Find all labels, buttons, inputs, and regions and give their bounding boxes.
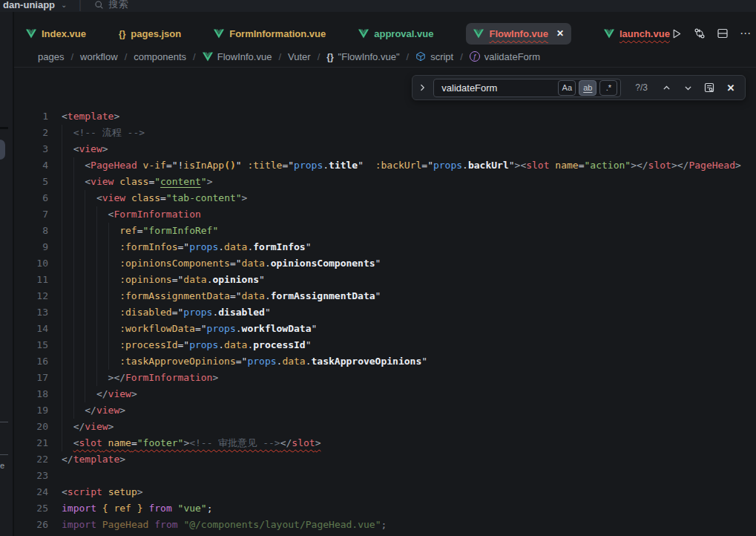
tab-label: launch.vue [619, 28, 670, 39]
code-line: 26import PageHead from "@/components/lay… [14, 517, 756, 533]
indent-guide [108, 321, 120, 337]
close-tab-icon[interactable]: ✕ [556, 28, 564, 39]
code-editor[interactable]: 1<template>2<!-- 流程 -->3<view>4<PageHead… [14, 67, 756, 536]
vue-icon [358, 29, 369, 39]
indent-guide [108, 255, 120, 272]
match-case-toggle[interactable]: Aa [558, 80, 576, 96]
code-line-content: <slot name="footer"><!-- 审批意见 --></slot> [48, 435, 321, 451]
regex-toggle[interactable]: .* [599, 80, 617, 96]
indent-guide [96, 223, 108, 239]
indent-guide [62, 402, 73, 419]
tab-FormInformation.vue[interactable]: FormInformation.vue [214, 28, 326, 39]
code-line-content: :workflowData="props.workflowData" [48, 321, 317, 337]
indent-guide [73, 190, 85, 206]
whole-word-toggle[interactable]: ab [579, 80, 596, 96]
line-number: 8 [14, 223, 48, 239]
code-line: 24<script setup> [14, 484, 756, 500]
breadcrumb-item[interactable]: Vuter [288, 51, 311, 62]
toggle-replace-icon[interactable] [418, 83, 427, 92]
vue-icon [214, 29, 224, 39]
tab-launch.vue[interactable]: launch.vue [604, 28, 670, 39]
whole-word-label: ab [583, 83, 592, 92]
breadcrumb-label: workflow [80, 51, 118, 62]
breadcrumb-item[interactable]: ƒvalidateForm [470, 51, 540, 62]
breadcrumb-separator: / [278, 51, 281, 62]
line-number: 2 [14, 125, 48, 141]
indent-guide [108, 272, 120, 288]
indent-guide [62, 141, 73, 157]
indent-guide [62, 206, 73, 223]
titlebar-divider: │ [77, 0, 83, 10]
code-line-content: import { ref } from "vue"; [48, 500, 213, 517]
more-actions-icon[interactable]: ⋯ [739, 27, 752, 40]
tab-label: pages.json [131, 28, 181, 39]
code-line: 18</view> [14, 386, 756, 402]
indent-guide [62, 419, 73, 435]
indent-guide [73, 174, 85, 190]
code-line: 22</template> [14, 451, 756, 468]
indent-guide [62, 190, 73, 206]
indent-guide [85, 223, 96, 239]
search-placeholder: 搜索 [109, 0, 128, 11]
indent-guide [96, 321, 108, 337]
line-number: 11 [14, 272, 48, 288]
breadcrumb-item[interactable]: workflow [80, 51, 118, 62]
close-find-icon[interactable]: ✕ [723, 80, 738, 95]
breadcrumb-separator: / [125, 51, 128, 62]
line-number: 7 [14, 206, 48, 223]
next-match-icon[interactable] [680, 80, 695, 95]
line-number: 25 [14, 500, 48, 517]
tab-Index.vue[interactable]: Index.vue [26, 28, 86, 39]
editor-pane: Index.vue{}pages.jsonFormInformation.vue… [14, 12, 756, 536]
previous-match-icon[interactable] [659, 80, 674, 95]
global-search[interactable]: 搜索 [94, 0, 128, 11]
tab-approval.vue[interactable]: approval.vue [358, 28, 433, 39]
indent-guide [62, 321, 73, 337]
find-input[interactable] [441, 82, 555, 94]
breadcrumb-item[interactable]: pages [38, 51, 64, 62]
breadcrumb-item[interactable]: {}"FlowInfo.vue" [326, 51, 399, 62]
strip-cut-text: e [0, 461, 4, 470]
find-in-selection-icon[interactable] [702, 80, 717, 95]
left-sidebar-strip: e [0, 12, 14, 536]
breadcrumb-item[interactable]: FlowInfo.vue [203, 51, 272, 62]
indent-guide [62, 125, 73, 141]
strip-divider [0, 454, 8, 455]
breadcrumb-item[interactable]: components [134, 51, 186, 62]
indent-guide [96, 206, 108, 223]
indent-guide [96, 304, 108, 321]
vue-icon [604, 29, 614, 39]
breadcrumb-label: pages [38, 51, 64, 62]
code-line-content: ref="formInfoRef" [48, 223, 218, 239]
tab-label: approval.vue [374, 28, 433, 39]
code-line: 9:formInfos="props.data.formInfos" [14, 239, 756, 255]
code-line-content: <PageHead v-if="!isInApp()" :title="prop… [48, 157, 741, 174]
indent-guide [85, 353, 96, 370]
indent-guide [85, 321, 96, 337]
code-line: 2<!-- 流程 --> [14, 125, 756, 141]
code-line: 17></FormInformation> [14, 370, 756, 386]
code-line-content: :disabled="props.disabled" [48, 304, 271, 321]
activity-pill[interactable] [0, 140, 5, 160]
chevron-down-icon: ⌄ [61, 1, 67, 9]
split-editor-icon[interactable] [716, 27, 729, 40]
tab-FlowInfo.vue[interactable]: FlowInfo.vue✕ [466, 23, 571, 45]
code-line-content: <script setup> [48, 484, 143, 500]
open-changes-icon[interactable] [693, 27, 706, 40]
indent-guide [85, 272, 96, 288]
code-line-content: import PageHead from "@/components/layou… [48, 517, 387, 533]
run-button[interactable] [670, 27, 683, 40]
indent-guide [62, 386, 73, 402]
indent-guide [73, 402, 85, 419]
indent-guide [85, 255, 96, 272]
indent-guide [108, 223, 120, 239]
breadcrumb-item[interactable]: script [415, 51, 453, 62]
code-line-content: </view> [48, 419, 114, 435]
code-line-content: ></FormInformation> [48, 370, 218, 386]
code-line: 12:formAssignmentData="data.formAssignme… [14, 288, 756, 304]
tab-label: FlowInfo.vue [489, 28, 548, 39]
indent-guide [96, 337, 108, 353]
tab-pages.json[interactable]: {}pages.json [119, 28, 181, 39]
search-icon [94, 0, 104, 10]
project-selector[interactable]: dan-uniapp [3, 0, 55, 10]
